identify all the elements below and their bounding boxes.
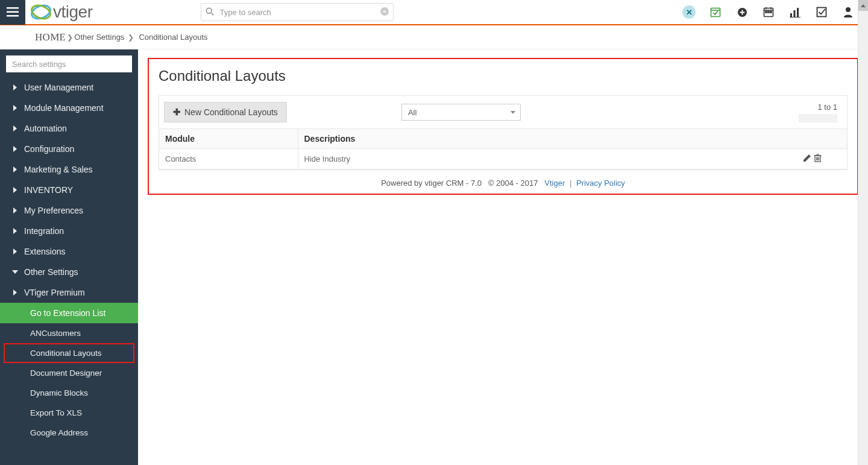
breadcrumb-item: Conditional Layouts xyxy=(139,33,207,42)
sub-item-google-address[interactable]: Google Address xyxy=(0,423,138,443)
chevron-right-icon: ❯ xyxy=(125,33,137,42)
chevron-right-icon xyxy=(11,289,19,296)
page-range: 1 to 1 xyxy=(817,103,837,112)
sidebar-item-label: INVENTORY xyxy=(24,185,73,195)
sub-item-export-to-xls[interactable]: Export To XLS xyxy=(0,403,138,423)
calendar-button[interactable] xyxy=(762,5,775,19)
user-menu-button[interactable] xyxy=(841,5,855,19)
pagination-info: 1 to 1 xyxy=(799,103,842,122)
go-to-extension-list-button[interactable]: Go to Extension List xyxy=(0,303,138,323)
delete-row-button[interactable] xyxy=(814,154,822,164)
cta-label: Go to Extension List xyxy=(30,308,105,318)
sub-item-label: Dynamic Blocks xyxy=(30,388,88,397)
sub-item-label: ANCustomers xyxy=(30,329,81,338)
tasks-button[interactable] xyxy=(815,5,828,19)
pencil-icon xyxy=(803,154,811,162)
col-descriptions-header: Descriptions xyxy=(298,129,777,149)
top-header: vtiger ✕ xyxy=(0,0,868,25)
scroll-up-icon[interactable] xyxy=(858,0,868,11)
table-row[interactable]: Contacts Hide Industry xyxy=(159,149,847,169)
sub-item-label: Google Address xyxy=(30,428,88,437)
chevron-right-icon xyxy=(11,146,19,152)
sidebar-item-integration[interactable]: Integration xyxy=(0,221,138,241)
new-button-label: New Conditional Layouts xyxy=(184,107,278,117)
logo-icon xyxy=(30,1,52,23)
calendar-quick-button[interactable] xyxy=(709,5,722,19)
add-button[interactable] xyxy=(735,5,749,19)
sidebar-item-marketing-sales[interactable]: Marketing & Sales xyxy=(0,159,138,180)
reports-button[interactable] xyxy=(788,5,802,19)
svg-rect-20 xyxy=(790,13,792,17)
sidebar-item-vtiger-premium[interactable]: VTiger Premium xyxy=(0,282,138,303)
new-conditional-layouts-button[interactable]: ✚ New Conditional Layouts xyxy=(164,102,287,122)
breadcrumb: HOME ❯ Other Settings ❯ Conditional Layo… xyxy=(0,25,868,49)
sub-item-dynamic-blocks[interactable]: Dynamic Blocks xyxy=(0,383,138,403)
chevron-down-icon xyxy=(11,270,19,274)
footer-copyright: © 2004 - 2017 xyxy=(488,179,538,188)
layouts-table: Module Descriptions Contacts Hide Indust… xyxy=(159,129,847,169)
search-icon xyxy=(206,7,214,17)
menu-icon xyxy=(7,7,19,17)
sidebar-item-user-management[interactable]: User Management xyxy=(0,77,138,98)
col-actions-header xyxy=(777,129,847,149)
global-search-input[interactable] xyxy=(201,3,394,21)
sidebar-search-wrap xyxy=(0,55,138,77)
highlighted-panel: Conditional Layouts ✚ New Conditional La… xyxy=(148,58,858,195)
hamburger-menu-button[interactable] xyxy=(0,0,25,25)
module-filter-select[interactable]: All xyxy=(401,104,521,121)
module-filter-wrap: All xyxy=(401,104,521,121)
sidebar-item-automation[interactable]: Automation xyxy=(0,118,138,139)
cell-description: Hide Industry xyxy=(298,149,777,169)
sub-item-conditional-layouts[interactable]: Conditional Layouts xyxy=(4,343,134,363)
svg-rect-8 xyxy=(711,8,720,17)
svg-rect-2 xyxy=(7,15,19,17)
svg-rect-22 xyxy=(797,8,799,17)
global-search xyxy=(201,3,394,21)
sub-item-label: Document Designer xyxy=(30,369,102,378)
sub-item-document-designer[interactable]: Document Designer xyxy=(0,363,138,383)
top-icon-bar: ✕ xyxy=(682,5,861,19)
svg-point-5 xyxy=(207,8,212,13)
settings-search-input[interactable] xyxy=(6,55,132,72)
edit-row-button[interactable] xyxy=(803,154,811,164)
sidebar-item-module-management[interactable]: Module Management xyxy=(0,98,138,118)
sidebar-item-label: My Preferences xyxy=(24,206,83,215)
sidebar-item-inventory[interactable]: INVENTORY xyxy=(0,180,138,200)
search-dropdown-icon[interactable] xyxy=(380,7,389,17)
filter-value: All xyxy=(408,108,417,117)
svg-rect-21 xyxy=(794,10,796,17)
user-icon xyxy=(843,7,853,17)
svg-rect-19 xyxy=(770,11,772,13)
sidebar-item-label: Other Settings xyxy=(24,267,78,277)
logo[interactable]: vtiger xyxy=(30,1,92,23)
sidebar-item-other-settings[interactable]: Other Settings xyxy=(0,262,138,282)
settings-sidebar: User Management Module Management Automa… xyxy=(0,49,138,465)
footer-privacy-link[interactable]: Privacy Policy xyxy=(576,179,625,188)
sidebar-item-label: Extensions xyxy=(24,247,65,256)
svg-rect-18 xyxy=(768,11,769,13)
sub-item-ancustomers[interactable]: ANCustomers xyxy=(0,323,138,343)
sidebar-item-my-preferences[interactable]: My Preferences xyxy=(0,200,138,221)
svg-rect-17 xyxy=(766,11,767,13)
svg-line-6 xyxy=(212,13,214,16)
chevron-right-icon: ❯ xyxy=(67,33,73,42)
footer-vendor-link[interactable]: Vtiger xyxy=(544,179,565,188)
list-panel: ✚ New Conditional Layouts All 1 to 1 xyxy=(159,95,848,170)
page-total-box xyxy=(799,114,837,122)
bar-chart-icon xyxy=(790,7,800,17)
footer-separator: | xyxy=(570,179,571,188)
sidebar-item-configuration[interactable]: Configuration xyxy=(0,139,138,159)
sidebar-item-extensions[interactable]: Extensions xyxy=(0,241,138,262)
svg-point-25 xyxy=(846,7,851,12)
chevron-right-icon xyxy=(11,207,19,214)
breadcrumb-home[interactable]: HOME xyxy=(35,31,66,43)
vertical-scrollbar[interactable] xyxy=(858,0,868,465)
cell-module: Contacts xyxy=(159,149,298,169)
calendar-check-icon xyxy=(710,7,721,17)
sub-item-label: Conditional Layouts xyxy=(30,349,102,358)
svg-rect-1 xyxy=(7,11,19,13)
breadcrumb-item[interactable]: Other Settings xyxy=(74,33,124,42)
footer-powered: Powered by vtiger CRM - 7.0 xyxy=(381,179,482,188)
chevron-right-icon xyxy=(11,105,19,111)
extension-store-button[interactable]: ✕ xyxy=(682,5,696,19)
